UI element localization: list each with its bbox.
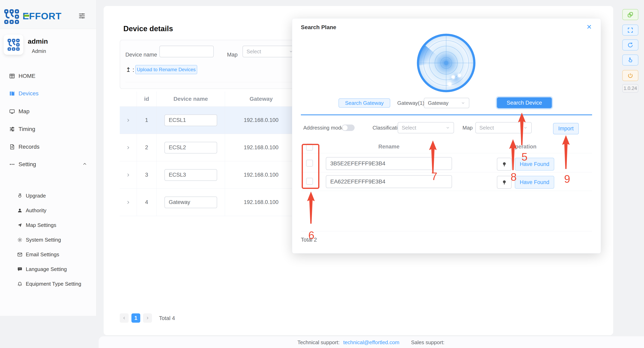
chevron-left-icon (122, 316, 126, 320)
person-icon (17, 208, 22, 213)
user-name: admin (28, 37, 48, 45)
rename-input[interactable] (326, 157, 452, 170)
chevron-right-icon (126, 118, 131, 123)
gear-icon (17, 237, 22, 243)
row-checkbox[interactable] (306, 160, 313, 167)
refresh-button[interactable] (622, 39, 638, 50)
pagination-prev-button[interactable] (120, 314, 128, 323)
upload-icon: ↥ : (126, 66, 134, 73)
collapse-sliders-icon[interactable] (78, 12, 86, 20)
device-name-input[interactable] (164, 142, 217, 153)
device-name-filter-input[interactable] (160, 46, 214, 57)
pagination-page-1[interactable]: 1 (132, 314, 140, 323)
chevron-down-icon (523, 125, 528, 130)
classification-placeholder: Select (402, 125, 416, 131)
sidebar-subitem-equipment-type-setting[interactable]: Equipment Type Setting (0, 277, 96, 291)
sidebar-item-label: Records (18, 144, 40, 150)
sidebar-item-home[interactable]: HOME (0, 67, 96, 85)
ellipsis-icon (9, 161, 15, 168)
device-name-label: Device name (126, 49, 157, 60)
chevron-down-icon (461, 101, 465, 105)
row-gateway: 192.168.0.100 (225, 134, 298, 161)
modal-total: Total 2 (301, 237, 317, 243)
search-plane-modal: Search Plane ✕ (292, 18, 601, 254)
sidebar-item-records[interactable]: Records (0, 138, 96, 156)
radar-graphic (416, 33, 476, 93)
device-name-input[interactable] (164, 169, 217, 181)
sidebar-item-label: Devices (18, 90, 39, 97)
sidebar-subitem-label: Equipment Type Setting (26, 281, 81, 287)
document-icon (9, 144, 15, 150)
sidebar-subitem-upgrade[interactable]: Upgrade (0, 188, 96, 203)
link-share-button[interactable] (622, 9, 638, 20)
addressing-mode-label: Addressing mode (303, 122, 344, 133)
row-expand-button[interactable] (120, 189, 137, 216)
col-header-gateway: Gateway (225, 91, 298, 106)
search-device-button[interactable]: Search Device (497, 97, 552, 108)
technical-support-email-link[interactable]: technical@effortled.com (343, 339, 400, 346)
map-filter-select[interactable]: Select (242, 46, 297, 57)
sidebar-item-devices[interactable]: Devices (0, 85, 96, 102)
device-name-input[interactable] (164, 114, 217, 126)
power-button[interactable] (622, 70, 638, 81)
sidebar-subitem-label: Map Settings (26, 222, 56, 228)
select-all-checkbox[interactable] (306, 144, 313, 150)
upload-rename-devices-button[interactable]: Upload to Rename Devices (135, 65, 197, 74)
row-id: 1 (137, 107, 156, 134)
blink-device-button[interactable] (497, 158, 512, 171)
user-role: Admin (32, 48, 46, 54)
modal-map-select[interactable]: Select (475, 122, 532, 133)
sidebar-subitem-label: Upgrade (26, 193, 46, 199)
paper-plane-icon (17, 222, 22, 228)
rename-header: Rename (326, 144, 452, 150)
bell-icon (17, 281, 22, 287)
sidebar-subitem-language-setting[interactable]: Language Setting (0, 262, 96, 276)
pointer-mode-button[interactable] (622, 54, 638, 65)
sidebar-item-setting[interactable]: Setting (0, 155, 96, 173)
sidebar-subitem-label: System Setting (26, 237, 61, 243)
sidebar-subitem-system-setting[interactable]: System Setting (0, 233, 96, 247)
sidebar-item-timing[interactable]: Timing (0, 120, 96, 138)
pagination-next-button[interactable] (143, 314, 152, 323)
row-checkbox[interactable] (306, 178, 313, 185)
gateway-select[interactable]: Gateway (424, 98, 469, 108)
have-found-button[interactable]: Have Found (515, 158, 554, 171)
sidebar-subitem-email-settings[interactable]: Email Settings (0, 247, 96, 262)
table-divider (301, 153, 592, 153)
sidebar-subitem-authority[interactable]: Authority (0, 203, 96, 218)
close-icon[interactable]: ✕ (586, 24, 592, 30)
modal-title: Search Plane (301, 24, 336, 30)
sidebar-subitem-label: Email Settings (26, 252, 59, 258)
row-expand-button[interactable] (120, 107, 137, 134)
classification-select[interactable]: Select (398, 122, 454, 133)
blink-device-button[interactable] (497, 176, 512, 189)
row-expand-button[interactable] (120, 161, 137, 188)
sliders-icon (9, 126, 15, 132)
col-header-id: id (137, 91, 156, 106)
medal-icon (17, 193, 22, 199)
row-expand-button[interactable] (120, 134, 137, 161)
avatar[interactable] (4, 34, 23, 55)
have-found-button[interactable]: Have Found (515, 176, 554, 189)
power-icon (627, 72, 634, 79)
rename-input[interactable] (326, 175, 452, 188)
modal-map-placeholder: Select (480, 125, 494, 131)
search-gateway-button[interactable]: Search Gateway (338, 98, 390, 108)
col-header-device-name: Device name (156, 91, 225, 106)
device-name-input[interactable] (164, 197, 217, 208)
fullscreen-button[interactable] (622, 24, 638, 36)
pointer-icon (627, 57, 634, 63)
sidebar-item-label: HOME (18, 73, 36, 79)
row-id: 4 (137, 189, 156, 216)
sidebar-subitem-map-settings[interactable]: Map Settings (0, 218, 96, 232)
row-id: 3 (137, 161, 156, 188)
chevron-right-icon (126, 145, 131, 150)
modal-map-label: Map (462, 122, 473, 133)
map-filter-placeholder: Select (246, 48, 261, 55)
sidebar-item-map[interactable]: Map (0, 103, 96, 120)
envelope-icon (17, 252, 22, 257)
monitor-icon (9, 108, 15, 115)
row-gateway: 192.168.0.100 (225, 161, 298, 188)
addressing-mode-toggle[interactable] (342, 124, 354, 131)
import-button[interactable]: Import (553, 123, 579, 134)
